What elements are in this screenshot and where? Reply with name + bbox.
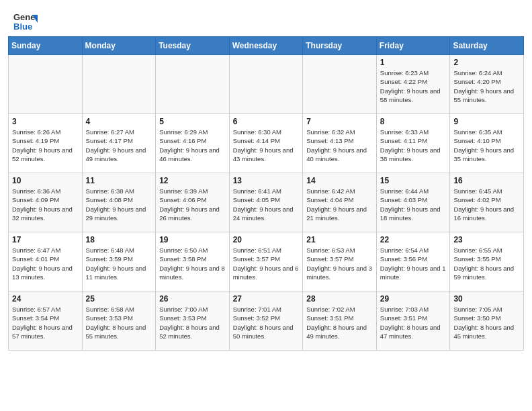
calendar-cell: 3Sunrise: 6:26 AM Sunset: 4:19 PM Daylig…: [9, 114, 83, 173]
day-number: 10: [12, 176, 79, 185]
day-number: 29: [380, 294, 447, 304]
calendar-cell: 16Sunrise: 6:45 AM Sunset: 4:02 PM Dayli…: [450, 173, 524, 232]
day-number: 14: [306, 176, 373, 185]
day-info: Sunrise: 6:55 AM Sunset: 3:55 PM Dayligh…: [453, 246, 520, 281]
day-info: Sunrise: 6:50 AM Sunset: 3:58 PM Dayligh…: [159, 246, 226, 281]
calendar-wrapper: SundayMondayTuesdayWednesdayThursdayFrid…: [0, 36, 532, 359]
day-number: 28: [306, 294, 373, 304]
day-number: 16: [453, 176, 520, 185]
day-header-thursday: Thursday: [303, 37, 377, 55]
day-number: 1: [380, 58, 447, 67]
day-number: 27: [233, 294, 300, 304]
day-info: Sunrise: 6:26 AM Sunset: 4:19 PM Dayligh…: [12, 128, 79, 163]
day-number: 11: [86, 176, 152, 185]
day-number: 5: [159, 117, 226, 126]
calendar-cell: 11Sunrise: 6:38 AM Sunset: 4:08 PM Dayli…: [82, 173, 156, 232]
day-header-wednesday: Wednesday: [229, 37, 303, 55]
calendar-cell: 7Sunrise: 6:32 AM Sunset: 4:13 PM Daylig…: [303, 114, 377, 173]
day-info: Sunrise: 6:44 AM Sunset: 4:03 PM Dayligh…: [380, 187, 447, 222]
page-header: General Blue: [0, 0, 532, 36]
day-number: 15: [380, 176, 447, 185]
day-number: 20: [233, 235, 300, 244]
calendar-cell: 18Sunrise: 6:48 AM Sunset: 3:59 PM Dayli…: [82, 232, 156, 291]
day-number: 18: [86, 235, 152, 244]
day-number: 17: [12, 235, 79, 244]
day-number: 19: [159, 235, 226, 244]
week-row-3: 10Sunrise: 6:36 AM Sunset: 4:09 PM Dayli…: [9, 173, 524, 232]
day-number: 22: [380, 235, 447, 244]
calendar-cell: [82, 55, 156, 114]
week-row-5: 24Sunrise: 6:57 AM Sunset: 3:54 PM Dayli…: [9, 291, 524, 351]
day-info: Sunrise: 6:38 AM Sunset: 4:08 PM Dayligh…: [86, 187, 152, 222]
day-info: Sunrise: 6:39 AM Sunset: 4:06 PM Dayligh…: [159, 187, 226, 222]
calendar-cell: 6Sunrise: 6:30 AM Sunset: 4:14 PM Daylig…: [229, 114, 303, 173]
logo: General Blue: [13, 9, 40, 34]
calendar-cell: 1Sunrise: 6:23 AM Sunset: 4:22 PM Daylig…: [376, 55, 450, 114]
day-info: Sunrise: 6:45 AM Sunset: 4:02 PM Dayligh…: [453, 187, 520, 222]
day-info: Sunrise: 6:24 AM Sunset: 4:20 PM Dayligh…: [453, 68, 520, 104]
day-info: Sunrise: 7:00 AM Sunset: 3:53 PM Dayligh…: [159, 305, 226, 340]
day-number: 8: [380, 117, 447, 126]
day-info: Sunrise: 7:01 AM Sunset: 3:52 PM Dayligh…: [233, 305, 300, 340]
calendar-cell: 5Sunrise: 6:29 AM Sunset: 4:16 PM Daylig…: [156, 114, 230, 173]
calendar-cell: 12Sunrise: 6:39 AM Sunset: 4:06 PM Dayli…: [156, 173, 230, 232]
day-info: Sunrise: 7:03 AM Sunset: 3:51 PM Dayligh…: [380, 305, 447, 340]
calendar-cell: 4Sunrise: 6:27 AM Sunset: 4:17 PM Daylig…: [82, 114, 156, 173]
calendar-table: SundayMondayTuesdayWednesdayThursdayFrid…: [8, 36, 524, 351]
day-info: Sunrise: 6:42 AM Sunset: 4:04 PM Dayligh…: [306, 187, 373, 222]
calendar-cell: 10Sunrise: 6:36 AM Sunset: 4:09 PM Dayli…: [9, 173, 83, 232]
calendar-cell: 23Sunrise: 6:55 AM Sunset: 3:55 PM Dayli…: [450, 232, 524, 291]
day-info: Sunrise: 6:30 AM Sunset: 4:14 PM Dayligh…: [233, 128, 300, 163]
day-info: Sunrise: 7:05 AM Sunset: 3:50 PM Dayligh…: [453, 305, 520, 340]
day-header-saturday: Saturday: [450, 37, 524, 55]
calendar-cell: 9Sunrise: 6:35 AM Sunset: 4:10 PM Daylig…: [450, 114, 524, 173]
calendar-cell: 17Sunrise: 6:47 AM Sunset: 4:01 PM Dayli…: [9, 232, 83, 291]
calendar-cell: 27Sunrise: 7:01 AM Sunset: 3:52 PM Dayli…: [229, 291, 303, 351]
week-row-4: 17Sunrise: 6:47 AM Sunset: 4:01 PM Dayli…: [9, 232, 524, 291]
day-info: Sunrise: 6:57 AM Sunset: 3:54 PM Dayligh…: [12, 305, 79, 340]
day-number: 24: [12, 294, 79, 304]
calendar-cell: 2Sunrise: 6:24 AM Sunset: 4:20 PM Daylig…: [450, 55, 524, 114]
day-header-sunday: Sunday: [9, 37, 83, 55]
day-info: Sunrise: 6:36 AM Sunset: 4:09 PM Dayligh…: [12, 187, 79, 222]
day-number: 26: [159, 294, 226, 304]
day-info: Sunrise: 6:29 AM Sunset: 4:16 PM Dayligh…: [159, 128, 226, 163]
day-header-row: SundayMondayTuesdayWednesdayThursdayFrid…: [9, 37, 524, 55]
calendar-cell: 8Sunrise: 6:33 AM Sunset: 4:11 PM Daylig…: [376, 114, 450, 173]
calendar-cell: 28Sunrise: 7:02 AM Sunset: 3:51 PM Dayli…: [303, 291, 377, 351]
day-info: Sunrise: 6:51 AM Sunset: 3:57 PM Dayligh…: [233, 246, 300, 281]
calendar-cell: 26Sunrise: 7:00 AM Sunset: 3:53 PM Dayli…: [156, 291, 230, 351]
day-info: Sunrise: 6:41 AM Sunset: 4:05 PM Dayligh…: [233, 187, 300, 222]
calendar-cell: [9, 55, 83, 114]
calendar-cell: [303, 55, 377, 114]
calendar-cell: 13Sunrise: 6:41 AM Sunset: 4:05 PM Dayli…: [229, 173, 303, 232]
calendar-cell: 25Sunrise: 6:58 AM Sunset: 3:53 PM Dayli…: [82, 291, 156, 351]
calendar-cell: 19Sunrise: 6:50 AM Sunset: 3:58 PM Dayli…: [156, 232, 230, 291]
day-info: Sunrise: 6:32 AM Sunset: 4:13 PM Dayligh…: [306, 128, 373, 163]
day-info: Sunrise: 6:58 AM Sunset: 3:53 PM Dayligh…: [86, 305, 152, 340]
day-info: Sunrise: 6:33 AM Sunset: 4:11 PM Dayligh…: [380, 128, 447, 163]
day-number: 25: [86, 294, 152, 304]
calendar-cell: 14Sunrise: 6:42 AM Sunset: 4:04 PM Dayli…: [303, 173, 377, 232]
day-info: Sunrise: 6:35 AM Sunset: 4:10 PM Dayligh…: [453, 128, 520, 163]
week-row-1: 1Sunrise: 6:23 AM Sunset: 4:22 PM Daylig…: [9, 55, 524, 114]
calendar-cell: 20Sunrise: 6:51 AM Sunset: 3:57 PM Dayli…: [229, 232, 303, 291]
logo-icon: General Blue: [13, 9, 38, 34]
svg-text:Blue: Blue: [13, 21, 32, 32]
day-info: Sunrise: 6:23 AM Sunset: 4:22 PM Dayligh…: [380, 68, 447, 104]
day-info: Sunrise: 6:53 AM Sunset: 3:57 PM Dayligh…: [306, 246, 373, 281]
day-info: Sunrise: 6:48 AM Sunset: 3:59 PM Dayligh…: [86, 246, 152, 281]
calendar-cell: 15Sunrise: 6:44 AM Sunset: 4:03 PM Dayli…: [376, 173, 450, 232]
day-header-tuesday: Tuesday: [156, 37, 230, 55]
day-number: 21: [306, 235, 373, 244]
calendar-cell: 24Sunrise: 6:57 AM Sunset: 3:54 PM Dayli…: [9, 291, 83, 351]
day-info: Sunrise: 7:02 AM Sunset: 3:51 PM Dayligh…: [306, 305, 373, 340]
week-row-2: 3Sunrise: 6:26 AM Sunset: 4:19 PM Daylig…: [9, 114, 524, 173]
day-number: 6: [233, 117, 300, 126]
day-number: 23: [453, 235, 520, 244]
calendar-cell: [229, 55, 303, 114]
calendar-cell: 22Sunrise: 6:54 AM Sunset: 3:56 PM Dayli…: [376, 232, 450, 291]
calendar-cell: [156, 55, 230, 114]
day-info: Sunrise: 6:47 AM Sunset: 4:01 PM Dayligh…: [12, 246, 79, 281]
calendar-cell: 21Sunrise: 6:53 AM Sunset: 3:57 PM Dayli…: [303, 232, 377, 291]
